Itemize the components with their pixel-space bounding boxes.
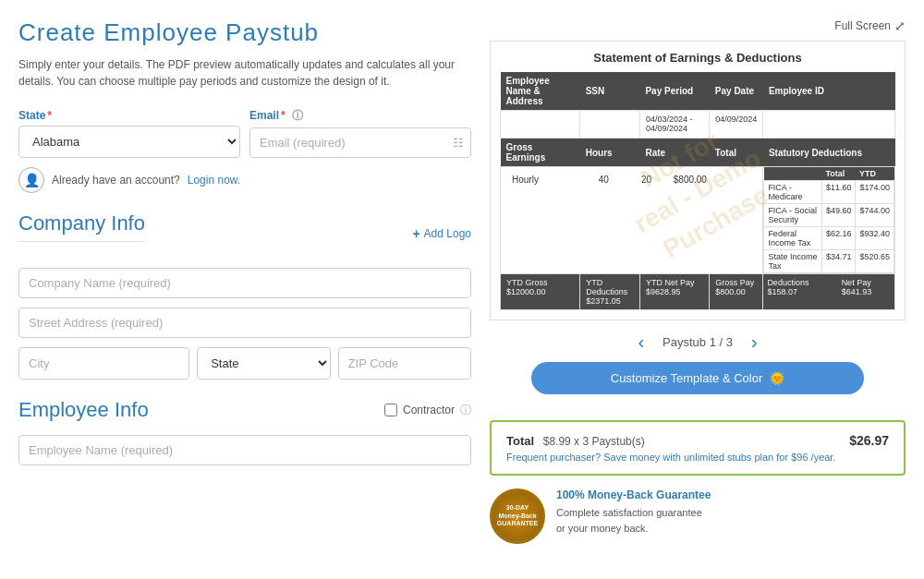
guarantee-title: 100% Money-Back Guarantee [556, 489, 711, 501]
email-help-icon[interactable]: ⓘ [292, 109, 303, 122]
fullscreen-button[interactable]: Full Screen ⤢ [490, 18, 906, 33]
ytd-gross-value: $12000.00 [506, 287, 574, 296]
guarantee-badge: 30-DAY Money-Back GUARANTEE [490, 489, 545, 544]
gross-pay-label: Gross Pay [715, 278, 757, 287]
earning-hours: 40 [582, 171, 625, 188]
prev-paystub-button[interactable]: ‹ [638, 332, 644, 353]
city-input[interactable] [18, 347, 189, 380]
guarantee-body: Complete satisfaction guarantee or your … [556, 505, 711, 536]
pay-date-value: 04/09/2024 [710, 111, 763, 139]
fullscreen-icon: ⤢ [894, 18, 906, 33]
col-employee-address: Employee Name & Address [501, 72, 580, 111]
pay-period-value: 04/03/2024 - 04/09/2024 [639, 111, 709, 139]
total-label: Total [506, 434, 534, 448]
deduction-row-3: Federal Income Tax $62.16 $932.40 [764, 227, 894, 250]
next-paystub-button[interactable]: › [751, 332, 758, 353]
net-pay-value: $641.93 [842, 287, 891, 296]
total-header: Total [710, 139, 763, 167]
paystub-nav: ‹ Paystub 1 / 3 › [490, 332, 906, 353]
rate-header: Rate [639, 139, 709, 167]
upsell-text: Frequent purchaser? Save money with unli… [506, 452, 889, 463]
user-icon: 👤 [18, 167, 44, 193]
state-select[interactable]: Alabama Alaska Arizona Arkansas Californ… [18, 126, 240, 158]
customize-button[interactable]: Customize Template & Color 🌞 [531, 362, 864, 394]
email-input[interactable] [249, 127, 471, 158]
earning-type: Hourly [506, 171, 582, 188]
employee-section-title: Employee Info [18, 398, 149, 422]
deductions-footer-label: Deductions [767, 278, 833, 287]
contractor-checkbox[interactable] [384, 404, 397, 416]
ytd-deductions-label: YTD Deductions [586, 278, 634, 296]
page-subtitle: Simply enter your details. The PDF previ… [18, 56, 471, 90]
login-hint: 👤 Already have an account? Login now. [18, 167, 471, 193]
col-pay-date: Pay Date [710, 72, 763, 111]
company-section-title: Company Info [18, 211, 145, 242]
col-pay-period: Pay Period [639, 72, 709, 111]
paystub-title: Statement of Earnings & Deductions [500, 51, 895, 65]
street-address-input[interactable] [18, 308, 471, 338]
paystub-nav-label: Paystub 1 / 3 [663, 335, 733, 349]
palette-icon: 🌞 [770, 371, 784, 385]
fullscreen-label: Full Screen [834, 19, 891, 32]
contractor-help-icon[interactable]: ⓘ [460, 403, 471, 418]
page-title: Create Employee Paystub [18, 18, 471, 47]
login-link[interactable]: Login now. [188, 174, 240, 187]
employee-name-input[interactable] [18, 435, 471, 465]
paystub-preview: Statement of Earnings & Deductions Not f… [490, 41, 906, 320]
plus-icon: + [412, 226, 419, 241]
total-amount: $26.97 [849, 433, 889, 448]
ytd-gross-label: YTD Gross [506, 278, 574, 287]
guarantee-box: 30-DAY Money-Back GUARANTEE 100% Money-B… [490, 489, 906, 544]
deduction-row-4: State Income Tax $34.71 $520.65 [764, 250, 894, 273]
ytd-net-pay-label: YTD Net Pay [646, 278, 703, 287]
earning-total: $800.00 [668, 171, 758, 188]
guarantee-text: 100% Money-Back Guarantee Complete satis… [556, 489, 711, 536]
company-name-input[interactable] [18, 268, 471, 298]
ytd-net-pay-value: $9628.95 [646, 287, 703, 296]
net-pay-label: Net Pay [842, 278, 891, 287]
ytd-deductions-value: $2371.05 [586, 296, 634, 306]
contractor-label: Contractor [403, 404, 455, 416]
deduction-row-2: FICA - Social Security $49.60 $744.00 [764, 204, 894, 227]
total-box: Total $8.99 x 3 Paystub(s) $26.97 Freque… [490, 420, 906, 476]
company-state-select[interactable]: State Alabama Alaska Arizona California … [197, 347, 330, 380]
email-label: Email* ⓘ [249, 108, 471, 124]
col-employee-id: Employee ID [763, 72, 895, 111]
deductions-footer-value: $158.07 [767, 287, 833, 296]
earning-rate: 20 [625, 171, 667, 188]
price-detail: $8.99 x 3 Paystub(s) [543, 435, 645, 448]
state-label: State* [18, 109, 240, 122]
hours-header: Hours [580, 139, 640, 167]
customize-label: Customize Template & Color [611, 371, 763, 385]
zip-input[interactable] [338, 347, 471, 380]
add-logo-button[interactable]: + Add Logo [412, 226, 471, 241]
col-ssn: SSN [580, 72, 640, 111]
gross-pay-value: $800.00 [715, 287, 757, 296]
deduction-row-1: FICA - Medicare $11.60 $174.00 [764, 181, 894, 204]
email-icon: ☷ [453, 136, 464, 150]
earnings-header: Gross Earnings [501, 139, 580, 167]
paystub-table: Employee Name & Address SSN Pay Period P… [500, 72, 895, 310]
